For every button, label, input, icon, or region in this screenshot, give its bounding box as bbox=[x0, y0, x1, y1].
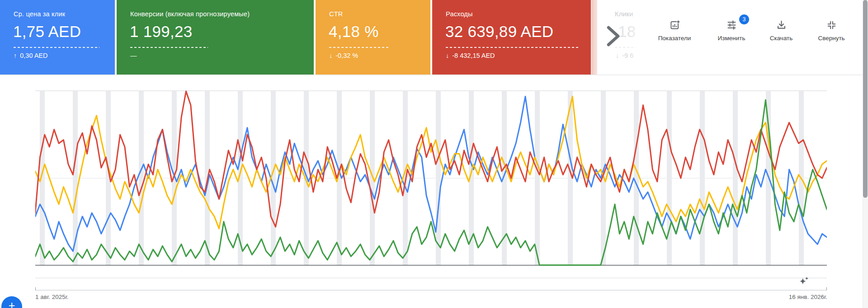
toolbar-label: Свернуть bbox=[818, 35, 844, 42]
scorecard-conversions[interactable]: Конверсии (включая прогнозируемые) 1 199… bbox=[117, 0, 314, 75]
card-delta: ↓ -8 432,15 AED bbox=[446, 52, 495, 59]
axis-end-date: 16 янв. 2026г. bbox=[736, 294, 827, 300]
down-arrow-icon: ↓ bbox=[446, 52, 449, 59]
tune-icon bbox=[726, 20, 737, 30]
toolbar-label: Показатели bbox=[658, 35, 691, 42]
chart-separator-line bbox=[35, 278, 827, 278]
scorecard-panel: Ср. цена за клик 1,75 AED ↑ 0,30 AED Кон… bbox=[0, 0, 863, 75]
up-arrow-icon: ↑ bbox=[14, 52, 17, 59]
card-value: 32 639,89 AED bbox=[445, 23, 553, 41]
ai-sparkle-icon[interactable] bbox=[797, 275, 810, 287]
card-value: 4,18 % bbox=[329, 23, 379, 41]
collapse-icon bbox=[826, 20, 837, 30]
toolbar-button-metrics[interactable]: Показатели bbox=[650, 20, 699, 42]
card-label: Ср. цена за клик bbox=[14, 10, 65, 18]
card-delta: ↓ -0,32 % bbox=[329, 52, 358, 59]
card-delta: — bbox=[130, 52, 137, 59]
download-icon bbox=[776, 20, 787, 30]
toolbar-label: Скачать bbox=[770, 35, 793, 42]
timeseries-chart-canvas[interactable] bbox=[35, 90, 827, 266]
ads-overview-page: Ср. цена за клик 1,75 AED ↑ 0,30 AED Кон… bbox=[0, 0, 868, 308]
card-shadow-strip bbox=[591, 0, 597, 75]
series-line-avg-cpc bbox=[35, 97, 827, 252]
card-value: 1,75 AED bbox=[13, 23, 81, 41]
scorecard-avg-cpc[interactable]: Ср. цена за клик 1,75 AED ↑ 0,30 AED bbox=[0, 0, 115, 75]
next-cards-chevron-button[interactable] bbox=[606, 25, 621, 47]
toolbar-button-download[interactable]: Скачать bbox=[761, 20, 801, 42]
card-value: 1 199,23 bbox=[130, 23, 193, 41]
down-arrow-icon: ↓ bbox=[329, 52, 332, 59]
scorecard-ctr[interactable]: CTR 4,18 % ↓ -0,32 % bbox=[316, 0, 430, 75]
down-arrow-icon: ↓ bbox=[616, 52, 619, 59]
card-label: CTR bbox=[329, 10, 343, 18]
add-chart-icon bbox=[670, 20, 680, 30]
floating-action-button[interactable]: + bbox=[1, 296, 22, 308]
toolbar-label: Изменить bbox=[718, 35, 745, 42]
card-label: Конверсии (включая прогнозируемые) bbox=[130, 10, 250, 18]
card-dashed-underline bbox=[446, 47, 580, 48]
toolbar-button-collapse[interactable]: Свернуть bbox=[811, 20, 852, 42]
edit-count-badge: 3 bbox=[738, 14, 750, 25]
series-line-ctr bbox=[35, 97, 827, 229]
card-dashed-underline bbox=[130, 47, 208, 48]
card-delta: ↑ 0,30 AED bbox=[14, 52, 48, 59]
plus-icon: + bbox=[9, 296, 15, 308]
card-dashed-underline bbox=[329, 47, 389, 48]
chevron-right-icon bbox=[606, 25, 621, 47]
date-range-scrollbar[interactable] bbox=[35, 290, 827, 290]
card-dashed-underline bbox=[14, 47, 99, 48]
card-label: Расходы bbox=[446, 10, 473, 18]
scorecard-cost[interactable]: Расходы 32 639,89 AED ↓ -8 432,15 AED bbox=[432, 0, 591, 75]
axis-start-date: 1 авг. 2025г. bbox=[35, 294, 69, 300]
vertical-scrollbar-thumb[interactable] bbox=[863, 0, 868, 198]
range-start-tick bbox=[35, 287, 36, 290]
range-end-tick bbox=[826, 287, 827, 290]
